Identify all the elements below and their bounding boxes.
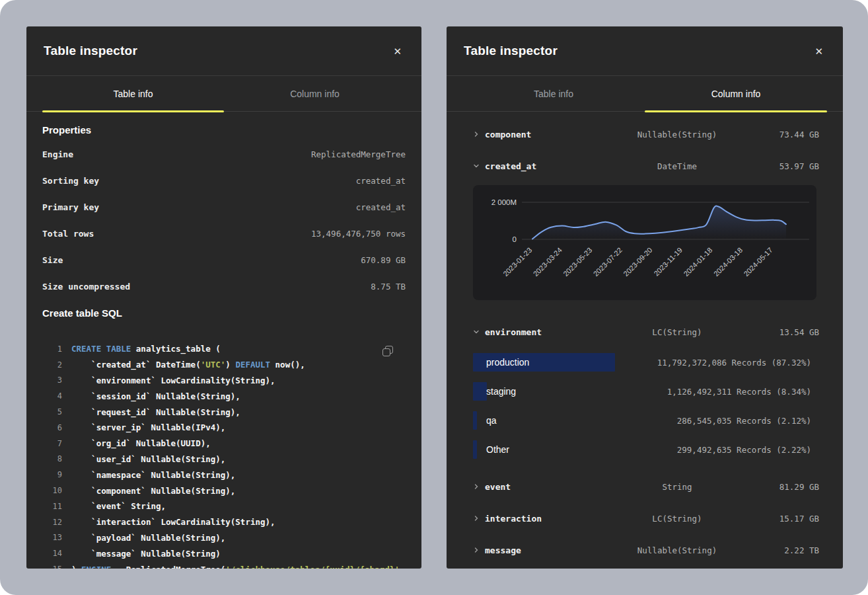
property-label: Size [42, 255, 63, 265]
property-value: 13,496,476,750 rows [311, 229, 406, 239]
property-value: 670.89 GB [361, 255, 406, 265]
line-number: 1 [42, 344, 62, 354]
sql-line: 13 `payload` Nullable(String), [42, 530, 406, 546]
value-records: 11,792,372,086 Records (87.32%) [657, 358, 811, 368]
column-size: 13.54 GB [741, 327, 827, 337]
copy-button[interactable] [380, 344, 395, 358]
sql-line: 5 `request_id` Nullable(String), [42, 404, 406, 420]
column-size: 2.22 TB [741, 545, 827, 555]
property-label: Sorting key [42, 176, 99, 186]
column-type: DateTime [613, 161, 741, 171]
close-icon: ✕ [814, 46, 823, 57]
tab-table-info[interactable]: Table info [42, 76, 224, 111]
column-type: LC(String) [613, 514, 741, 524]
create-table-sql-heading: Create table SQL [42, 307, 406, 319]
close-icon: ✕ [393, 46, 402, 57]
property-row: Primary keycreated_at [42, 194, 406, 220]
property-value: created_at [356, 176, 406, 186]
value-label: staging [486, 386, 516, 397]
value-row-qa: qa286,545,035 Records (2.12%) [462, 406, 827, 435]
tab-column-info[interactable]: Column info [224, 76, 406, 111]
property-label: Primary key [42, 202, 99, 212]
line-number: 3 [42, 376, 62, 385]
x-axis-tick-label: 2023-03-24 [532, 246, 563, 278]
column-row-event[interactable]: eventString81.29 GB [462, 471, 827, 502]
property-row: Sorting keycreated_at [42, 167, 406, 194]
sql-line: 6 `server_ip` Nullable(IPv4), [42, 420, 406, 436]
sql-line: 8 `user_id` Nullable(String), [42, 452, 406, 467]
property-row: Size670.89 GB [42, 247, 406, 273]
created-at-distribution-chart: 2 000M02023-01-232023-03-242023-05-23202… [473, 185, 816, 300]
modal-title: Table inspector [44, 44, 137, 58]
column-row-message[interactable]: messageNullable(String)2.22 TB [462, 534, 827, 566]
sql-line: 14 `message` Nullable(String) [42, 545, 406, 561]
properties-list: EngineReplicatedMergeTreeSorting keycrea… [42, 141, 406, 299]
column-size: 53.97 GB [741, 161, 827, 171]
code-text: `payload` Nullable(String), [71, 533, 225, 543]
y-axis-tick-label: 2 000M [491, 198, 517, 206]
chevron-right-icon[interactable] [462, 483, 485, 490]
code-text: `session_id` Nullable(String), [71, 391, 240, 401]
modal-header: Table inspector ✕ [26, 26, 421, 76]
chevron-down-icon[interactable] [462, 163, 485, 169]
property-value: 8.75 TB [371, 282, 406, 292]
column-name: interaction [485, 514, 613, 524]
spacer [462, 464, 827, 471]
sql-line: 1CREATE TABLE analytics_table ( [42, 341, 406, 357]
value-label: production [486, 357, 529, 368]
code-text: `server_ip` Nullable(IPv4), [71, 422, 225, 432]
value-bar [473, 411, 477, 430]
tab-label: Column info [290, 89, 340, 99]
property-row: Size uncompressed8.75 TB [42, 273, 406, 299]
code-text: `event` String, [71, 501, 166, 511]
tab-table-info[interactable]: Table info [462, 76, 645, 111]
code-text: CREATE TABLE analytics_table ( [71, 344, 221, 354]
code-text: ) ENGINE = ReplicatedMergeTree('/clickho… [71, 565, 404, 569]
line-number: 14 [42, 549, 62, 558]
x-axis-tick-label: 2023-11-19 [652, 246, 684, 278]
code-text: `message` Nullable(String) [71, 549, 221, 559]
x-axis-tick-label: 2023-05-23 [561, 246, 593, 278]
line-number: 6 [42, 423, 62, 432]
close-button[interactable]: ✕ [390, 44, 404, 59]
column-size: 73.44 GB [741, 130, 827, 139]
line-number: 2 [42, 360, 62, 370]
x-axis-tick-label: 2023-09-20 [622, 246, 653, 278]
area-chart: 2 000M02023-01-232023-03-242023-05-23202… [473, 185, 816, 300]
modal-header: Table inspector ✕ [447, 26, 843, 76]
table-info-content: Properties EngineReplicatedMergeTreeSort… [26, 124, 421, 569]
page-background: Table inspector ✕ Table infoColumn info … [0, 0, 868, 595]
chevron-right-icon[interactable] [462, 131, 485, 138]
column-row-environment[interactable]: environmentLC(String)13.54 GB [462, 316, 827, 348]
x-axis-tick-label: 2023-07-22 [592, 246, 624, 278]
chevron-right-icon[interactable] [462, 515, 485, 522]
column-name: component [485, 130, 613, 139]
column-row-component[interactable]: componentNullable(String)73.44 GB [462, 118, 827, 150]
line-number: 12 [42, 518, 62, 527]
property-value: ReplicatedMergeTree [311, 149, 406, 159]
tab-bar: Table infoColumn info [447, 76, 843, 112]
column-type: String [613, 482, 741, 492]
tab-column-info[interactable]: Column info [645, 76, 827, 111]
sql-code-block: 1CREATE TABLE analytics_table (2 `create… [42, 341, 406, 569]
chevron-down-icon[interactable] [462, 329, 485, 335]
chevron-right-icon[interactable] [462, 547, 485, 553]
line-number: 9 [42, 470, 62, 479]
column-size: 15.17 GB [741, 514, 827, 524]
table-inspector-modal-table-info: Table inspector ✕ Table infoColumn info … [26, 26, 421, 569]
x-axis-tick-label: 2024-05-17 [742, 246, 774, 278]
sql-line: 3 `environment` LowCardinality(String), [42, 373, 406, 389]
column-row-interaction[interactable]: interactionLC(String)15.17 GB [462, 502, 827, 534]
column-type: LC(String) [613, 327, 741, 337]
close-button[interactable]: ✕ [812, 44, 826, 59]
sql-line: 12 `interaction` LowCardinality(String), [42, 514, 406, 530]
value-bar [473, 440, 477, 459]
column-size: 81.29 GB [741, 482, 827, 492]
code-text: `environment` LowCardinality(String), [71, 376, 275, 385]
property-label: Total rows [42, 229, 94, 239]
x-axis-tick-label: 2024-01-18 [682, 246, 713, 278]
column-row-created_at[interactable]: created_atDateTime53.97 GB [462, 150, 827, 182]
copy-icon [382, 346, 393, 356]
code-text: `org_id` Nullable(UUID), [71, 438, 211, 448]
column-name: event [485, 482, 613, 492]
